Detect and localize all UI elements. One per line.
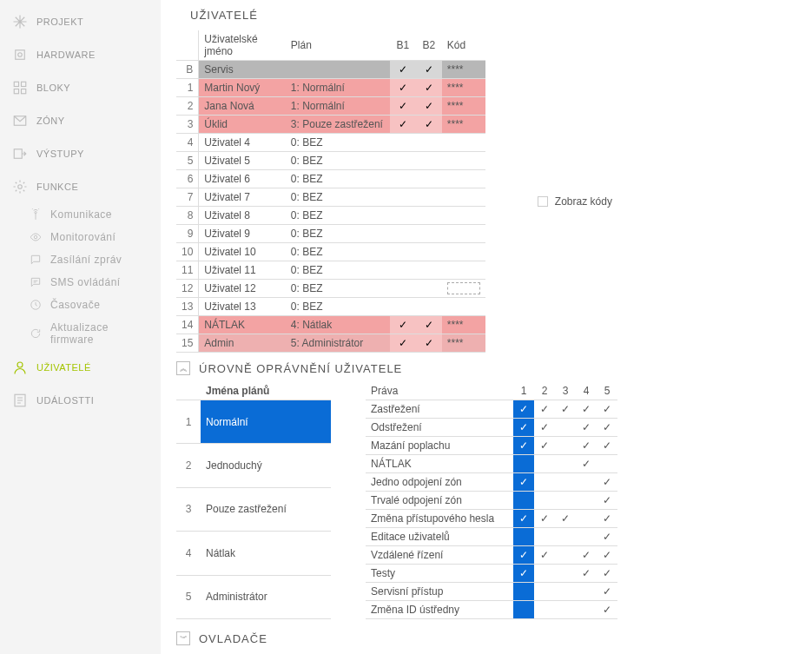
- rights-table[interactable]: Práva 1 2 3 4 5 Zastřežení✓✓✓✓✓Odstřežen…: [366, 382, 617, 619]
- sidebar-item-zony[interactable]: ZÓNY: [0, 104, 161, 137]
- sidebar-item-monitorovani[interactable]: Monitorování: [0, 226, 161, 248]
- cell-plan[interactable]: 0: BEZ: [286, 188, 390, 207]
- cell-b1[interactable]: ✓: [390, 79, 416, 97]
- th-name[interactable]: Uživatelské jméno: [199, 30, 286, 61]
- cell-right-check[interactable]: [576, 601, 597, 619]
- cell-name[interactable]: Uživatel 6: [199, 170, 286, 188]
- cell-right-check[interactable]: [534, 601, 555, 619]
- cell-right-check[interactable]: [534, 473, 555, 492]
- table-row[interactable]: 12Uživatel 120: BEZ: [176, 280, 485, 298]
- cell-kod[interactable]: [442, 152, 485, 170]
- cell-right-check[interactable]: ✓: [555, 400, 576, 419]
- table-row[interactable]: Mazání poplachu✓✓✓✓: [366, 437, 617, 455]
- cell-right-check[interactable]: [597, 455, 617, 473]
- th-b2[interactable]: B2: [416, 30, 442, 61]
- cell-right-check[interactable]: ✓: [513, 546, 534, 565]
- cell-right-check[interactable]: [576, 583, 597, 601]
- table-row[interactable]: 13Uživatel 130: BEZ: [176, 298, 485, 316]
- cell-right-check[interactable]: ✓: [597, 583, 617, 601]
- cell-right-check[interactable]: ✓: [513, 565, 534, 583]
- cell-b1[interactable]: [390, 261, 416, 280]
- cell-name[interactable]: Jana Nová: [199, 97, 286, 116]
- sidebar-item-udalosti[interactable]: UDÁLOSTTI: [0, 384, 161, 417]
- cell-kod[interactable]: ****: [442, 116, 485, 134]
- cell-b2[interactable]: [416, 207, 442, 225]
- cell-right-check[interactable]: [513, 601, 534, 619]
- th-c5[interactable]: 5: [597, 382, 617, 400]
- cell-right-check[interactable]: ✓: [576, 437, 597, 455]
- show-codes-checkbox[interactable]: Zobraz kódy: [538, 50, 612, 353]
- table-row[interactable]: 4Nátlak: [176, 532, 331, 575]
- table-row[interactable]: 1Martin Nový1: Normální✓✓****: [176, 79, 485, 97]
- cell-right-name[interactable]: NÁTLAK: [366, 455, 513, 473]
- table-row[interactable]: 11Uživatel 110: BEZ: [176, 261, 485, 280]
- cell-right-check[interactable]: ✓: [597, 601, 617, 619]
- cell-right-check[interactable]: ✓: [576, 455, 597, 473]
- cell-b1[interactable]: [390, 207, 416, 225]
- th-rights-name[interactable]: Práva: [366, 382, 513, 400]
- cell-right-name[interactable]: Mazání poplachu: [366, 437, 513, 455]
- expand-toggle-controllers[interactable]: ︾: [176, 631, 190, 645]
- th-plans-name[interactable]: Jména plánů: [201, 382, 331, 400]
- table-row[interactable]: 9Uživatel 90: BEZ: [176, 225, 485, 243]
- cell-b1[interactable]: ✓: [390, 97, 416, 116]
- cell-b2[interactable]: [416, 134, 442, 152]
- cell-name[interactable]: Servis: [199, 61, 286, 79]
- cell-kod[interactable]: ****: [442, 316, 485, 334]
- cell-right-check[interactable]: [534, 583, 555, 601]
- table-row[interactable]: 14NÁTLAK4: Nátlak✓✓****: [176, 316, 485, 334]
- cell-right-check[interactable]: [555, 492, 576, 510]
- cell-name[interactable]: Admin: [199, 334, 286, 353]
- table-row[interactable]: Odstřežení✓✓✓✓: [366, 419, 617, 437]
- table-row[interactable]: Testy✓✓✓: [366, 565, 617, 583]
- cell-kod[interactable]: [442, 261, 485, 280]
- th-kod[interactable]: Kód: [442, 30, 485, 61]
- cell-kod[interactable]: [442, 134, 485, 152]
- cell-right-check[interactable]: [534, 565, 555, 583]
- cell-b2[interactable]: [416, 170, 442, 188]
- collapse-toggle-levels[interactable]: ︽: [176, 361, 190, 375]
- cell-b2[interactable]: ✓: [416, 116, 442, 134]
- cell-plan[interactable]: 0: BEZ: [286, 280, 390, 298]
- table-row[interactable]: 3Pouze zastřežení: [176, 487, 331, 531]
- th-c1[interactable]: 1: [513, 382, 534, 400]
- cell-kod[interactable]: [442, 207, 485, 225]
- cell-right-check[interactable]: ✓: [534, 437, 555, 455]
- cell-right-check[interactable]: ✓: [513, 473, 534, 492]
- cell-name[interactable]: Uživatel 7: [199, 188, 286, 207]
- cell-right-check[interactable]: ✓: [597, 400, 617, 419]
- cell-right-name[interactable]: Změna ID ústředny: [366, 601, 513, 619]
- cell-right-check[interactable]: [555, 437, 576, 455]
- cell-right-check[interactable]: [555, 473, 576, 492]
- cell-b1[interactable]: [390, 188, 416, 207]
- table-row[interactable]: Trvalé odpojení zón✓: [366, 492, 617, 510]
- cell-right-check[interactable]: ✓: [513, 437, 534, 455]
- cell-b1[interactable]: [390, 243, 416, 261]
- sidebar-item-funkce[interactable]: FUNKCE: [0, 170, 161, 203]
- cell-b1[interactable]: [390, 280, 416, 298]
- cell-name[interactable]: Uživatel 10: [199, 243, 286, 261]
- cell-right-check[interactable]: ✓: [576, 546, 597, 565]
- cell-plan-name[interactable]: Pouze zastřežení: [201, 487, 331, 531]
- sidebar-item-sms[interactable]: SMS ovládání: [0, 271, 161, 294]
- sidebar-item-casovace[interactable]: Časovače: [0, 294, 161, 316]
- cell-b2[interactable]: [416, 225, 442, 243]
- cell-right-check[interactable]: ✓: [597, 437, 617, 455]
- th-plan[interactable]: Plán: [286, 30, 390, 61]
- cell-b1[interactable]: [390, 225, 416, 243]
- cell-name[interactable]: Uživatel 8: [199, 207, 286, 225]
- cell-right-name[interactable]: Testy: [366, 565, 513, 583]
- sidebar-item-vystupy[interactable]: VÝSTUPY: [0, 137, 161, 170]
- sidebar-item-aktualizace[interactable]: Aktualizace firmware: [0, 316, 161, 351]
- sidebar-item-zasilani[interactable]: Zasílání zpráv: [0, 248, 161, 271]
- cell-kod[interactable]: [442, 243, 485, 261]
- cell-name[interactable]: Uživatel 13: [199, 298, 286, 316]
- table-row[interactable]: 7Uživatel 70: BEZ: [176, 188, 485, 207]
- cell-b1[interactable]: [390, 134, 416, 152]
- sidebar-item-bloky[interactable]: BLOKY: [0, 71, 161, 104]
- cell-right-check[interactable]: [513, 455, 534, 473]
- cell-plan[interactable]: 0: BEZ: [286, 152, 390, 170]
- cell-right-check[interactable]: ✓: [597, 528, 617, 546]
- table-row[interactable]: Jedno odpojení zón✓✓: [366, 473, 617, 492]
- cell-plan[interactable]: 0: BEZ: [286, 225, 390, 243]
